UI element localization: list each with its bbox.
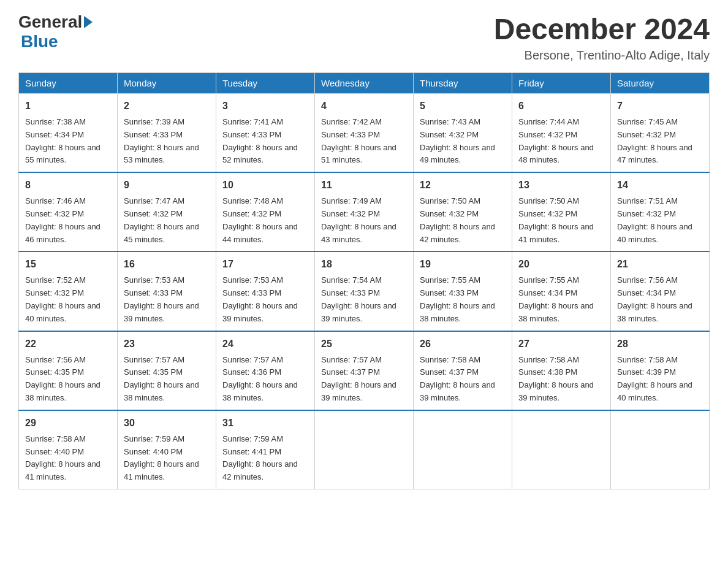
day-info: Sunrise: 7:54 AM Sunset: 4:33 PM Dayligh… xyxy=(321,274,407,325)
day-number: 7 xyxy=(617,99,703,113)
header-friday: Friday xyxy=(512,73,611,94)
table-row: 2 Sunrise: 7:39 AM Sunset: 4:33 PM Dayli… xyxy=(118,94,216,173)
table-row xyxy=(512,410,611,489)
day-info: Sunrise: 7:51 AM Sunset: 4:32 PM Dayligh… xyxy=(617,195,703,246)
calendar-week-row: 8 Sunrise: 7:46 AM Sunset: 4:32 PM Dayli… xyxy=(19,172,710,251)
table-row: 11 Sunrise: 7:49 AM Sunset: 4:32 PM Dayl… xyxy=(315,172,414,251)
table-row: 1 Sunrise: 7:38 AM Sunset: 4:34 PM Dayli… xyxy=(19,94,118,173)
day-number: 9 xyxy=(124,178,210,193)
month-title: December 2024 xyxy=(494,12,710,46)
table-row: 15 Sunrise: 7:52 AM Sunset: 4:32 PM Dayl… xyxy=(19,251,118,331)
table-row: 31 Sunrise: 7:59 AM Sunset: 4:41 PM Dayl… xyxy=(216,410,315,489)
day-number: 25 xyxy=(321,337,407,351)
calendar-week-row: 1 Sunrise: 7:38 AM Sunset: 4:34 PM Dayli… xyxy=(19,94,710,173)
day-info: Sunrise: 7:59 AM Sunset: 4:40 PM Dayligh… xyxy=(124,433,210,484)
header-monday: Monday xyxy=(118,73,216,94)
calendar-week-row: 15 Sunrise: 7:52 AM Sunset: 4:32 PM Dayl… xyxy=(19,251,710,331)
day-info: Sunrise: 7:42 AM Sunset: 4:33 PM Dayligh… xyxy=(321,116,407,167)
day-info: Sunrise: 7:38 AM Sunset: 4:34 PM Dayligh… xyxy=(25,116,111,167)
table-row: 22 Sunrise: 7:56 AM Sunset: 4:35 PM Dayl… xyxy=(19,331,118,410)
day-info: Sunrise: 7:58 AM Sunset: 4:40 PM Dayligh… xyxy=(25,433,111,484)
day-info: Sunrise: 7:41 AM Sunset: 4:33 PM Dayligh… xyxy=(222,116,308,167)
table-row xyxy=(414,410,512,489)
table-row: 24 Sunrise: 7:57 AM Sunset: 4:36 PM Dayl… xyxy=(216,331,315,410)
day-number: 29 xyxy=(25,416,111,431)
table-row xyxy=(611,410,710,489)
table-row: 16 Sunrise: 7:53 AM Sunset: 4:33 PM Dayl… xyxy=(118,251,216,331)
header-sunday: Sunday xyxy=(19,73,118,94)
table-row: 14 Sunrise: 7:51 AM Sunset: 4:32 PM Dayl… xyxy=(611,172,710,251)
day-number: 15 xyxy=(25,257,111,272)
day-number: 20 xyxy=(518,257,604,272)
table-row: 8 Sunrise: 7:46 AM Sunset: 4:32 PM Dayli… xyxy=(19,172,118,251)
table-row: 21 Sunrise: 7:56 AM Sunset: 4:34 PM Dayl… xyxy=(611,251,710,331)
table-row: 3 Sunrise: 7:41 AM Sunset: 4:33 PM Dayli… xyxy=(216,94,315,173)
day-number: 26 xyxy=(420,337,506,351)
day-number: 6 xyxy=(518,99,604,113)
day-number: 16 xyxy=(124,257,210,272)
table-row: 17 Sunrise: 7:53 AM Sunset: 4:33 PM Dayl… xyxy=(216,251,315,331)
table-row: 20 Sunrise: 7:55 AM Sunset: 4:34 PM Dayl… xyxy=(512,251,611,331)
table-row: 10 Sunrise: 7:48 AM Sunset: 4:32 PM Dayl… xyxy=(216,172,315,251)
logo-blue-text: Blue xyxy=(21,32,58,51)
day-info: Sunrise: 7:55 AM Sunset: 4:33 PM Dayligh… xyxy=(420,274,506,325)
header-saturday: Saturday xyxy=(611,73,710,94)
header-wednesday: Wednesday xyxy=(315,73,414,94)
header: General Blue December 2024 Bersone, Tren… xyxy=(18,12,710,63)
day-info: Sunrise: 7:44 AM Sunset: 4:32 PM Dayligh… xyxy=(518,116,604,167)
table-row: 26 Sunrise: 7:58 AM Sunset: 4:37 PM Dayl… xyxy=(414,331,512,410)
day-number: 12 xyxy=(420,178,506,193)
day-number: 31 xyxy=(222,416,308,431)
day-info: Sunrise: 7:58 AM Sunset: 4:37 PM Dayligh… xyxy=(420,354,506,405)
day-info: Sunrise: 7:39 AM Sunset: 4:33 PM Dayligh… xyxy=(124,116,210,167)
day-number: 21 xyxy=(617,257,703,272)
day-number: 2 xyxy=(124,99,210,113)
day-info: Sunrise: 7:49 AM Sunset: 4:32 PM Dayligh… xyxy=(321,195,407,246)
day-info: Sunrise: 7:55 AM Sunset: 4:34 PM Dayligh… xyxy=(518,274,604,325)
day-number: 17 xyxy=(222,257,308,272)
day-number: 14 xyxy=(617,178,703,193)
logo-general-text: General xyxy=(18,12,82,32)
day-number: 3 xyxy=(222,99,308,113)
day-info: Sunrise: 7:53 AM Sunset: 4:33 PM Dayligh… xyxy=(222,274,308,325)
day-number: 30 xyxy=(124,416,210,431)
logo-triangle-icon xyxy=(84,16,93,28)
day-number: 11 xyxy=(321,178,407,193)
table-row: 19 Sunrise: 7:55 AM Sunset: 4:33 PM Dayl… xyxy=(414,251,512,331)
table-row: 9 Sunrise: 7:47 AM Sunset: 4:32 PM Dayli… xyxy=(118,172,216,251)
day-number: 23 xyxy=(124,337,210,351)
table-row: 18 Sunrise: 7:54 AM Sunset: 4:33 PM Dayl… xyxy=(315,251,414,331)
table-row: 4 Sunrise: 7:42 AM Sunset: 4:33 PM Dayli… xyxy=(315,94,414,173)
table-row xyxy=(315,410,414,489)
day-info: Sunrise: 7:45 AM Sunset: 4:32 PM Dayligh… xyxy=(617,116,703,167)
day-number: 24 xyxy=(222,337,308,351)
day-info: Sunrise: 7:56 AM Sunset: 4:34 PM Dayligh… xyxy=(617,274,703,325)
day-number: 10 xyxy=(222,178,308,193)
table-row: 25 Sunrise: 7:57 AM Sunset: 4:37 PM Dayl… xyxy=(315,331,414,410)
calendar-table: Sunday Monday Tuesday Wednesday Thursday… xyxy=(18,72,710,489)
table-row: 6 Sunrise: 7:44 AM Sunset: 4:32 PM Dayli… xyxy=(512,94,611,173)
day-info: Sunrise: 7:43 AM Sunset: 4:32 PM Dayligh… xyxy=(420,116,506,167)
table-row: 5 Sunrise: 7:43 AM Sunset: 4:32 PM Dayli… xyxy=(414,94,512,173)
weekday-header-row: Sunday Monday Tuesday Wednesday Thursday… xyxy=(19,73,710,94)
table-row: 27 Sunrise: 7:58 AM Sunset: 4:38 PM Dayl… xyxy=(512,331,611,410)
header-tuesday: Tuesday xyxy=(216,73,315,94)
table-row: 28 Sunrise: 7:58 AM Sunset: 4:39 PM Dayl… xyxy=(611,331,710,410)
header-thursday: Thursday xyxy=(414,73,512,94)
day-number: 5 xyxy=(420,99,506,113)
day-number: 22 xyxy=(25,337,111,351)
day-number: 4 xyxy=(321,99,407,113)
day-info: Sunrise: 7:53 AM Sunset: 4:33 PM Dayligh… xyxy=(124,274,210,325)
day-info: Sunrise: 7:57 AM Sunset: 4:37 PM Dayligh… xyxy=(321,354,407,405)
calendar-week-row: 22 Sunrise: 7:56 AM Sunset: 4:35 PM Dayl… xyxy=(19,331,710,410)
day-number: 27 xyxy=(518,337,604,351)
day-info: Sunrise: 7:47 AM Sunset: 4:32 PM Dayligh… xyxy=(124,195,210,246)
day-number: 19 xyxy=(420,257,506,272)
table-row: 23 Sunrise: 7:57 AM Sunset: 4:35 PM Dayl… xyxy=(118,331,216,410)
day-info: Sunrise: 7:56 AM Sunset: 4:35 PM Dayligh… xyxy=(25,354,111,405)
day-info: Sunrise: 7:52 AM Sunset: 4:32 PM Dayligh… xyxy=(25,274,111,325)
day-info: Sunrise: 7:57 AM Sunset: 4:35 PM Dayligh… xyxy=(124,354,210,405)
table-row: 29 Sunrise: 7:58 AM Sunset: 4:40 PM Dayl… xyxy=(19,410,118,489)
day-info: Sunrise: 7:46 AM Sunset: 4:32 PM Dayligh… xyxy=(25,195,111,246)
table-row: 30 Sunrise: 7:59 AM Sunset: 4:40 PM Dayl… xyxy=(118,410,216,489)
